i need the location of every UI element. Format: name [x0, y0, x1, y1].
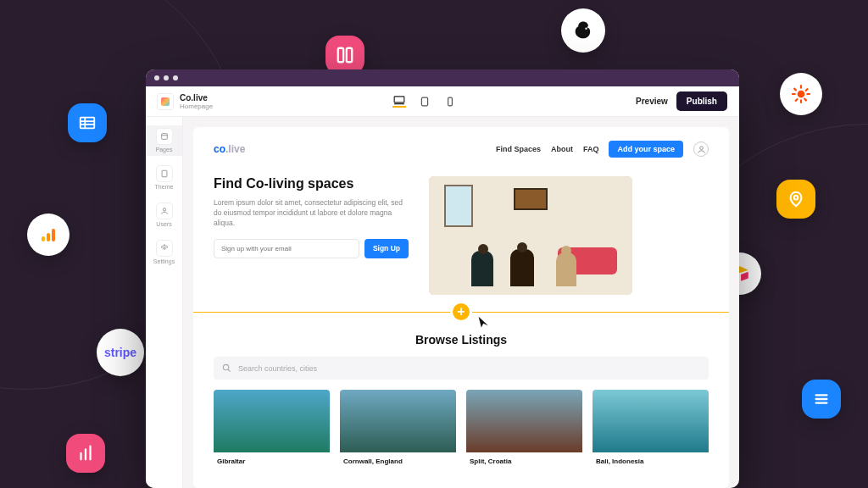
listing-card[interactable]: Bali, Indonesia [593, 390, 709, 470]
signup-button[interactable]: Sign Up [364, 239, 409, 258]
listing-caption: Split, Croatia [466, 452, 582, 470]
listing-image [214, 390, 330, 452]
svg-rect-1 [338, 48, 343, 63]
sidebar-label: Settings [153, 258, 175, 264]
publish-button[interactable]: Publish [676, 92, 727, 111]
sidebar-label: Users [156, 221, 171, 227]
svg-rect-23 [162, 170, 167, 177]
sidebar-item-theme[interactable]: Theme [146, 163, 182, 193]
listing-caption: Bali, Indonesia [593, 452, 709, 470]
add-section-button[interactable]: + [450, 301, 472, 323]
browse-title: Browse Listings [214, 333, 709, 347]
svg-rect-17 [394, 96, 404, 102]
project-title: Co.live [180, 93, 213, 103]
sidebar-item-settings[interactable]: Settings [146, 237, 182, 268]
mailchimp-icon [561, 8, 605, 53]
nav-find-spaces[interactable]: Find Spaces [496, 145, 541, 153]
listing-image [593, 390, 709, 452]
editor-canvas[interactable]: co.live Find Spaces About FAQ Add your s… [183, 117, 739, 488]
user-avatar[interactable] [693, 141, 709, 157]
window-dot[interactable] [164, 75, 169, 80]
editor-window: Co.live Homepage Preview Publish [146, 69, 739, 488]
app-logo[interactable] [158, 94, 173, 109]
table-icon [68, 103, 107, 142]
hero-body: Lorem ipsum dolor sit amet, consectetur … [214, 198, 409, 229]
svg-point-0 [585, 28, 587, 30]
page-icon [157, 129, 172, 144]
window-dot[interactable] [173, 75, 178, 80]
site-nav: co.live Find Spaces About FAQ Add your s… [214, 141, 709, 158]
svg-point-26 [699, 146, 703, 149]
device-tablet[interactable] [418, 96, 431, 108]
editor-sidebar: Pages Theme Users Settings [146, 117, 183, 488]
site-brand[interactable]: co.live [214, 143, 245, 155]
settings-icon [157, 241, 172, 256]
listing-card[interactable]: Cornwall, England [340, 390, 456, 470]
hero-image [429, 176, 632, 295]
stripe-icon: stripe [97, 329, 144, 376]
nav-add-space-button[interactable]: Add your space [609, 141, 683, 158]
search-row[interactable]: Search countries, cities [214, 357, 709, 380]
svg-rect-3 [81, 118, 95, 129]
svg-point-7 [794, 196, 798, 200]
cursor-icon [477, 315, 491, 330]
nav-about[interactable]: About [551, 145, 573, 153]
bars-icon [66, 434, 105, 473]
location-pin-icon [776, 180, 815, 219]
svg-rect-2 [347, 48, 352, 63]
search-icon [222, 363, 231, 373]
project-subtitle: Homepage [180, 103, 213, 110]
browse-section: Browse Listings Search countries, cities… [214, 313, 709, 470]
editor-topbar: Co.live Homepage Preview Publish [146, 86, 739, 117]
theme-icon [157, 166, 172, 181]
email-input[interactable] [214, 239, 359, 258]
listing-image [340, 390, 456, 452]
hero-section: Find Co-living spaces Lorem ipsum dolor … [214, 176, 709, 295]
svg-line-28 [228, 369, 231, 372]
svg-rect-9 [47, 233, 50, 241]
window-dot[interactable] [154, 75, 159, 80]
search-placeholder: Search countries, cities [238, 364, 317, 373]
listing-image [466, 390, 582, 452]
listing-card[interactable]: Split, Croatia [466, 390, 582, 470]
analytics-icon [27, 214, 70, 256]
lines-icon [802, 380, 841, 419]
svg-rect-21 [161, 134, 167, 140]
svg-point-24 [163, 208, 165, 211]
svg-rect-19 [421, 97, 427, 106]
sidebar-label: Theme [155, 184, 174, 190]
nav-faq[interactable]: FAQ [583, 145, 599, 153]
device-desktop[interactable] [392, 96, 406, 108]
listing-caption: Gibraltar [214, 452, 330, 470]
page-preview: co.live Find Spaces About FAQ Add your s… [193, 127, 729, 488]
zapier-icon [780, 73, 822, 115]
sidebar-item-pages[interactable]: Pages [146, 125, 182, 156]
sidebar-item-users[interactable]: Users [146, 200, 182, 230]
svg-point-25 [163, 247, 165, 250]
window-titlebar [146, 69, 739, 86]
preview-button[interactable]: Preview [636, 97, 668, 106]
svg-rect-20 [448, 97, 452, 106]
hero-headline: Find Co-living spaces [214, 176, 409, 191]
section-divider: + [193, 312, 729, 313]
svg-rect-8 [42, 236, 45, 241]
sidebar-label: Pages [156, 147, 173, 152]
listing-card[interactable]: Gibraltar [214, 390, 330, 470]
svg-point-27 [223, 364, 228, 369]
svg-rect-10 [52, 229, 55, 241]
users-icon [157, 203, 172, 219]
listing-caption: Cornwall, England [340, 452, 456, 470]
device-mobile[interactable] [443, 96, 457, 108]
